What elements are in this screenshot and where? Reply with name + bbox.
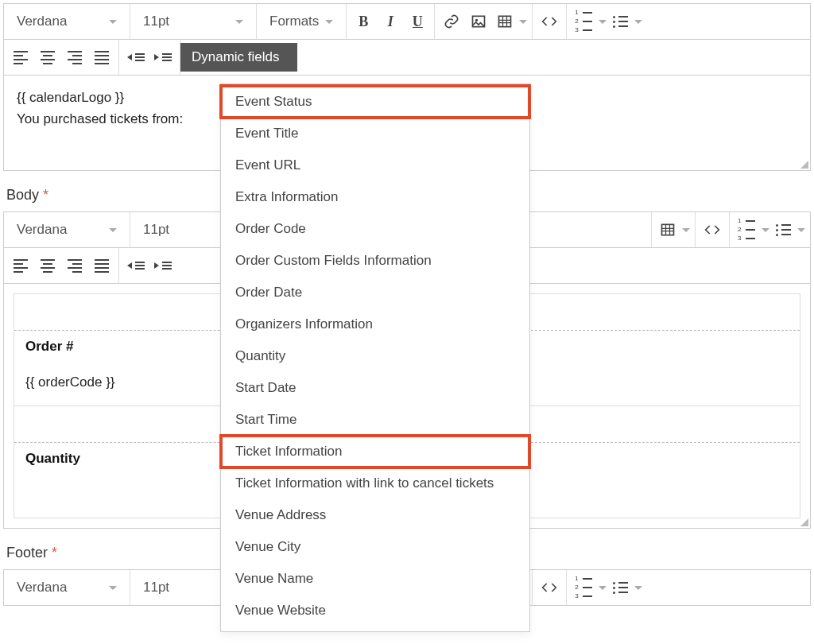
- link-button[interactable]: [438, 6, 465, 37]
- align-left-button[interactable]: [7, 41, 34, 73]
- italic-button[interactable]: I: [377, 6, 404, 37]
- footer-label-text: Footer: [6, 545, 48, 561]
- numbered-list-icon: 1 2 3: [738, 218, 755, 242]
- dropdown-item[interactable]: Order Date: [221, 277, 529, 308]
- svg-point-1: [475, 19, 478, 21]
- dropdown-item[interactable]: Venue Name: [221, 563, 529, 595]
- font-size-label: 11pt: [143, 14, 169, 29]
- align-justify-icon: [95, 51, 109, 64]
- align-justify-button[interactable]: [88, 250, 115, 281]
- dropdown-item[interactable]: Venue Address: [221, 499, 529, 531]
- align-left-button[interactable]: [7, 250, 34, 281]
- required-asterisk: *: [52, 545, 57, 561]
- chevron-down-icon: [682, 228, 690, 232]
- numbered-list-button[interactable]: 1 2 3: [570, 6, 608, 37]
- image-button[interactable]: [465, 6, 492, 37]
- numbered-list-icon: 1 2 3: [575, 576, 592, 599]
- bullet-list-button[interactable]: [608, 6, 644, 37]
- indent-icon: [154, 53, 172, 61]
- dropdown-item[interactable]: Start Date: [221, 372, 529, 404]
- table-icon: [497, 14, 513, 29]
- dropdown-item[interactable]: Event URL: [221, 149, 529, 181]
- table-icon: [660, 222, 676, 238]
- dropdown-item[interactable]: Event Status: [221, 86, 529, 118]
- toolbar-row-2: Dynamic fields: [3, 40, 811, 76]
- numbered-list-button[interactable]: 1 2 3: [570, 572, 608, 603]
- numbered-list-icon: 1 2 3: [575, 10, 592, 33]
- dropdown-item[interactable]: Organizers Information: [221, 308, 529, 340]
- font-family-select[interactable]: Verdana: [7, 214, 126, 246]
- font-family-select[interactable]: Verdana: [7, 572, 126, 603]
- code-button[interactable]: [536, 572, 563, 603]
- link-icon: [444, 14, 459, 29]
- chevron-down-icon: [109, 586, 117, 590]
- chevron-down-icon: [599, 586, 607, 590]
- dynamic-fields-button[interactable]: Dynamic fields: [180, 43, 297, 72]
- bullet-list-icon: [776, 224, 791, 236]
- resize-handle[interactable]: [799, 517, 808, 526]
- bullet-list-icon: [613, 16, 628, 28]
- align-center-button[interactable]: [34, 41, 61, 73]
- numbered-list-button[interactable]: 1 2 3: [733, 214, 771, 246]
- align-justify-icon: [95, 259, 109, 273]
- image-icon: [471, 14, 486, 29]
- font-size-select[interactable]: 11pt: [134, 6, 253, 37]
- outdent-button[interactable]: [122, 250, 149, 281]
- dropdown-item[interactable]: Ticket Information: [221, 436, 529, 467]
- table-button[interactable]: [655, 214, 692, 246]
- dropdown-item[interactable]: Order Custom Fields Information: [221, 245, 529, 277]
- indent-icon: [154, 262, 172, 270]
- code-icon: [541, 580, 557, 596]
- dropdown-item[interactable]: Order Code: [221, 213, 529, 245]
- dropdown-item[interactable]: Extra Information: [221, 181, 529, 213]
- resize-handle[interactable]: [799, 159, 808, 169]
- required-asterisk: *: [43, 187, 48, 203]
- dropdown-item[interactable]: Event Title: [221, 118, 529, 149]
- outdent-icon: [127, 262, 145, 270]
- bold-button[interactable]: B: [350, 6, 377, 37]
- body-label-text: Body: [6, 187, 39, 203]
- font-family-label: Verdana: [17, 580, 67, 596]
- align-right-button[interactable]: [61, 250, 88, 281]
- chevron-down-icon: [762, 228, 769, 232]
- chevron-down-icon: [634, 586, 642, 590]
- dropdown-item[interactable]: Venue Website: [221, 595, 529, 625]
- font-family-select[interactable]: Verdana: [7, 6, 126, 37]
- font-size-label: 11pt: [143, 580, 169, 596]
- code-icon: [704, 222, 720, 238]
- toolbar-row-1: Verdana 11pt Formats B I U: [3, 3, 811, 40]
- chevron-down-icon: [519, 20, 527, 24]
- indent-button[interactable]: [149, 250, 176, 281]
- dropdown-item[interactable]: Ticket Information with link to cancel t…: [221, 467, 529, 499]
- chevron-down-icon: [109, 20, 117, 24]
- align-center-icon: [41, 51, 55, 64]
- font-family-label: Verdana: [17, 222, 67, 238]
- bullet-list-button[interactable]: [608, 572, 644, 603]
- align-center-button[interactable]: [34, 250, 61, 281]
- table-button[interactable]: [492, 6, 529, 37]
- align-right-icon: [68, 51, 82, 64]
- align-justify-button[interactable]: [88, 41, 115, 73]
- bullet-list-button[interactable]: [771, 214, 807, 246]
- chevron-down-icon: [634, 20, 642, 24]
- indent-button[interactable]: [149, 41, 176, 73]
- font-family-label: Verdana: [17, 14, 67, 29]
- chevron-down-icon: [235, 20, 243, 24]
- italic-icon: I: [388, 14, 393, 30]
- code-button[interactable]: [699, 214, 726, 246]
- outdent-button[interactable]: [122, 41, 149, 73]
- dropdown-item[interactable]: Start Time: [221, 404, 529, 436]
- dropdown-item[interactable]: Quantity: [221, 340, 529, 372]
- chevron-down-icon: [325, 20, 333, 24]
- chevron-down-icon: [109, 228, 117, 232]
- code-button[interactable]: [536, 6, 563, 37]
- underline-button[interactable]: U: [404, 6, 431, 37]
- formats-select[interactable]: Formats: [260, 6, 343, 37]
- dropdown-item[interactable]: Venue City: [221, 531, 529, 563]
- align-left-icon: [14, 259, 28, 273]
- align-right-button[interactable]: [61, 41, 88, 73]
- underline-icon: U: [413, 14, 423, 30]
- font-size-label: 11pt: [143, 222, 169, 238]
- chevron-down-icon: [599, 20, 607, 24]
- chevron-down-icon: [797, 228, 805, 232]
